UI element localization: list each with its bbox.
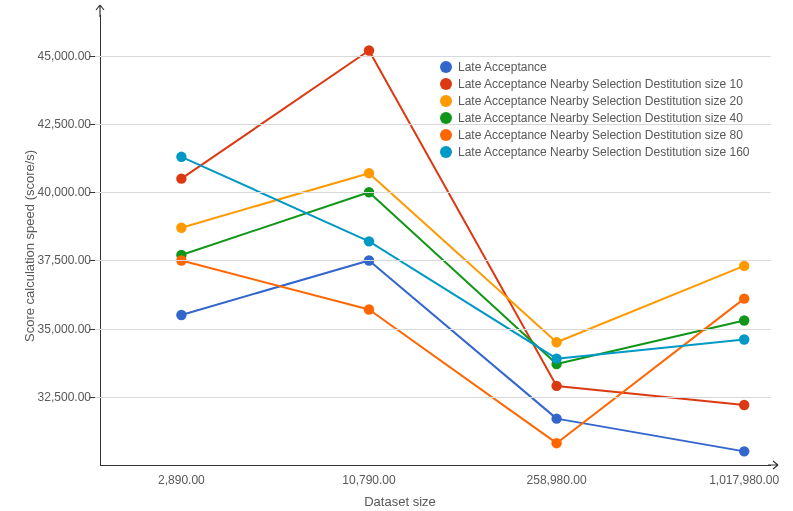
y-gridline	[95, 397, 771, 398]
series-point	[176, 223, 186, 233]
y-axis-title: Score calculation speed (score/s)	[22, 150, 37, 342]
y-tick-label: 32,500.00	[38, 390, 91, 404]
legend-label: Late Acceptance Nearby Selection Destitu…	[458, 76, 743, 92]
series-point	[176, 152, 186, 162]
legend-dot-icon	[440, 78, 452, 90]
series-point	[551, 438, 561, 448]
legend-label: Late Acceptance	[458, 59, 547, 75]
legend-label: Late Acceptance Nearby Selection Destitu…	[458, 127, 743, 143]
legend: Late AcceptanceLate Acceptance Nearby Se…	[440, 59, 750, 161]
x-tick-label: 258,980.00	[527, 473, 587, 487]
legend-dot-icon	[440, 95, 452, 107]
series-point	[364, 304, 374, 314]
legend-item: Late Acceptance	[440, 59, 750, 75]
series-point	[739, 293, 749, 303]
y-tick-label: 42,500.00	[38, 117, 91, 131]
series-point	[364, 168, 374, 178]
series-point	[739, 400, 749, 410]
series-point	[551, 353, 561, 363]
chart-container: 32,500.0035,000.0037,500.0040,000.0042,5…	[0, 0, 793, 511]
series-point	[176, 173, 186, 183]
x-tick-label: 2,890.00	[158, 473, 205, 487]
legend-item: Late Acceptance Nearby Selection Destitu…	[440, 127, 750, 143]
legend-label: Late Acceptance Nearby Selection Destitu…	[458, 93, 743, 109]
y-tick-label: 37,500.00	[38, 253, 91, 267]
x-axis-title: Dataset size	[364, 494, 436, 509]
series-point	[739, 334, 749, 344]
y-gridline	[95, 192, 771, 193]
series-point	[176, 310, 186, 320]
y-tick-label: 40,000.00	[38, 185, 91, 199]
series-point	[364, 45, 374, 55]
legend-label: Late Acceptance Nearby Selection Destitu…	[458, 110, 743, 126]
y-tick-label: 45,000.00	[38, 49, 91, 63]
y-gridline	[95, 260, 771, 261]
legend-label: Late Acceptance Nearby Selection Destitu…	[458, 144, 750, 160]
legend-item: Late Acceptance Nearby Selection Destitu…	[440, 93, 750, 109]
y-axis-arrow	[95, 3, 105, 17]
series-line	[181, 260, 744, 451]
series-point	[739, 315, 749, 325]
series-line	[181, 173, 744, 342]
legend-dot-icon	[440, 112, 452, 124]
x-axis-arrow	[768, 460, 782, 470]
y-tick-label: 35,000.00	[38, 322, 91, 336]
series-point	[551, 413, 561, 423]
x-tick-label: 1,017,980.00	[709, 473, 779, 487]
series-point	[551, 337, 561, 347]
legend-item: Late Acceptance Nearby Selection Destitu…	[440, 110, 750, 126]
y-gridline	[95, 56, 771, 57]
legend-item: Late Acceptance Nearby Selection Destitu…	[440, 76, 750, 92]
y-gridline	[95, 329, 771, 330]
legend-dot-icon	[440, 61, 452, 73]
series-point	[364, 236, 374, 246]
legend-dot-icon	[440, 129, 452, 141]
series-point	[551, 381, 561, 391]
series-point	[739, 261, 749, 271]
x-tick-label: 10,790.00	[342, 473, 395, 487]
legend-item: Late Acceptance Nearby Selection Destitu…	[440, 144, 750, 160]
legend-dot-icon	[440, 146, 452, 158]
series-line	[181, 260, 744, 443]
series-point	[739, 446, 749, 456]
